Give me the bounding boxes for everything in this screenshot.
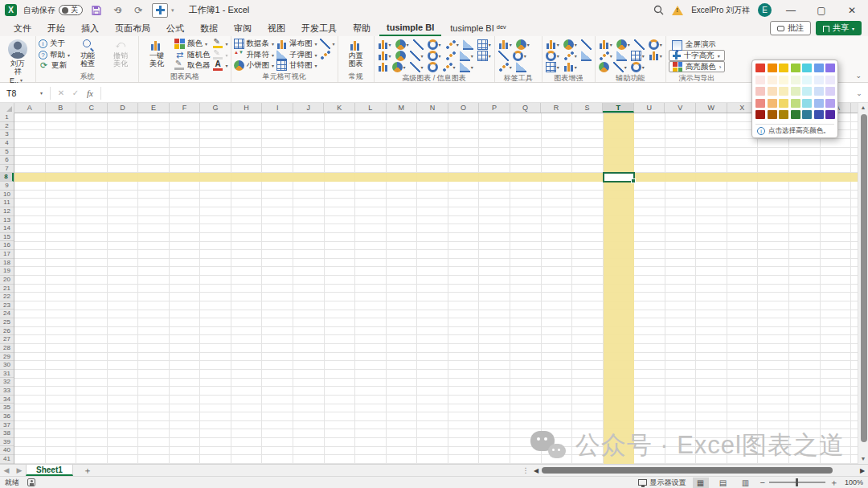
color-swatch-2-4[interactable] (802, 87, 812, 96)
advanced-chart-button[interactable]: ▾ (459, 62, 474, 72)
column-header-D[interactable]: D (108, 103, 139, 113)
row-header-21[interactable]: 21 (0, 285, 14, 293)
undo-button[interactable]: ⟲▾ (110, 3, 125, 18)
row-header-7[interactable]: 7 (0, 165, 14, 174)
row-header-4[interactable]: 4 (0, 139, 14, 148)
assist-tool-button[interactable]: ▾ (616, 39, 631, 50)
tab-公式[interactable]: 公式 (159, 20, 191, 36)
label-tool-button[interactable]: ▾ (515, 39, 530, 50)
share-button[interactable]: 共享 ▾ (816, 21, 862, 35)
color-swatch-2-2[interactable] (779, 87, 788, 96)
color-swatch-1-2[interactable] (779, 76, 788, 84)
column-header-F[interactable]: F (170, 103, 201, 113)
color-swatch-0-6[interactable] (825, 64, 835, 72)
row-header-17[interactable]: 17 (0, 250, 14, 259)
color-swatch-4-4[interactable] (802, 110, 812, 119)
advanced-chart-button[interactable]: ▾ (427, 39, 442, 50)
tab-开始[interactable]: 开始 (40, 20, 72, 36)
row-header-27[interactable]: 27 (0, 335, 14, 344)
enter-button[interactable]: ✓ (68, 88, 83, 97)
outline-pen-button[interactable]: ▾ (213, 50, 228, 60)
row-header-18[interactable]: 18 (0, 259, 14, 268)
autosave-toggle[interactable]: 关 (59, 5, 83, 15)
row-header-40[interactable]: 40 (0, 446, 14, 455)
advanced-chart-button[interactable]: ▾ (377, 51, 392, 61)
color-picker-button[interactable]: 取色器 (174, 60, 211, 71)
row-header-26[interactable]: 26 (0, 327, 14, 336)
color-swatch-3-1[interactable] (768, 99, 777, 108)
advanced-chart-button[interactable] (412, 39, 424, 50)
mini-pie-button[interactable]: 小饼图▾ (234, 60, 275, 71)
chart-enhance-button[interactable]: ▾ (545, 39, 560, 50)
advanced-chart-button[interactable]: ▾ (477, 39, 492, 50)
row-header-10[interactable]: 10 (0, 191, 14, 199)
qat-cross-highlight-button[interactable] (152, 3, 168, 18)
color-swatch-2-5[interactable] (814, 87, 824, 96)
color-swatch-0-0[interactable] (755, 64, 765, 72)
matrix-button[interactable] (320, 50, 335, 60)
column-header-R[interactable]: R (541, 103, 572, 113)
advanced-chart-button[interactable]: ▾ (409, 62, 424, 72)
column-header-P[interactable]: P (479, 103, 510, 113)
color-swatch-4-0[interactable] (755, 110, 765, 119)
row-header-24[interactable]: 24 (0, 310, 14, 318)
scrollbar-resize-handle[interactable]: ⋮ (521, 466, 530, 474)
scroll-right-icon[interactable]: ▶ (857, 467, 868, 474)
label-tool-button[interactable]: ▾ (497, 39, 513, 50)
label-tool-button[interactable] (497, 51, 510, 61)
color-swatch-0-3[interactable] (791, 64, 800, 72)
color-swatch-0-2[interactable] (779, 64, 788, 72)
colors-button[interactable]: 颜色▾ (174, 39, 211, 49)
column-header-Q[interactable]: Q (510, 103, 542, 113)
page-layout-view-button[interactable]: ▤ (715, 478, 731, 488)
normal-view-button[interactable]: ▦ (693, 478, 709, 488)
row-header-11[interactable]: 11 (0, 199, 14, 207)
accessibility-icon[interactable] (27, 478, 35, 486)
zoom-out-button[interactable]: − (760, 478, 765, 487)
color-swatch-0-4[interactable] (802, 64, 812, 72)
advanced-chart-button[interactable]: ▾ (441, 62, 457, 72)
color-swatch-1-0[interactable] (755, 76, 765, 84)
assist-tool-button[interactable]: ▾ (612, 62, 628, 72)
user-name[interactable]: ExcelPro 刘万祥 (691, 5, 750, 16)
assist-tool-button[interactable]: ▾ (598, 51, 613, 61)
column-header-V[interactable]: V (665, 103, 696, 113)
ribbon-collapse-chevron-icon[interactable]: ⌄ (855, 72, 862, 80)
row-header-33[interactable]: 33 (0, 387, 14, 396)
row-header-20[interactable]: 20 (0, 276, 14, 285)
advanced-chart-button[interactable]: ▾ (391, 62, 407, 72)
row-header-39[interactable]: 39 (0, 438, 14, 447)
label-tool-button[interactable] (515, 62, 527, 72)
assist-tool-button[interactable]: ▾ (598, 39, 613, 50)
one-click-beautify-button[interactable]: 一键美化 (141, 38, 172, 72)
vertical-scrollbar[interactable]: ▲ ▼ (858, 103, 868, 464)
cells-area[interactable]: 公众号 · Excel图表之道 (14, 113, 858, 464)
color-swatch-1-6[interactable] (825, 76, 835, 84)
horizontal-scrollbar[interactable]: ⋮ ◀ ▶ (521, 465, 868, 476)
redo-button[interactable]: ⟳▾ (131, 3, 145, 18)
row-header-14[interactable]: 14 (0, 224, 14, 233)
select-all-corner[interactable] (0, 103, 14, 113)
column-header-M[interactable]: M (387, 103, 418, 113)
color-swatch-4-5[interactable] (814, 110, 824, 119)
builtin-charts-button[interactable]: 内置图表 (341, 38, 371, 72)
row-header-41[interactable]: 41 (0, 455, 14, 464)
data-bars-button[interactable]: 数据条▾ (234, 39, 275, 49)
color-swatch-2-6[interactable] (825, 87, 835, 96)
row-header-31[interactable]: 31 (0, 370, 14, 379)
row-header-15[interactable]: 15 (0, 233, 14, 242)
color-swatch-2-0[interactable] (755, 87, 765, 96)
color-swatch-0-1[interactable] (768, 64, 777, 72)
row-header-32[interactable]: 32 (0, 378, 14, 387)
column-header-G[interactable]: G (200, 103, 231, 113)
row-header-6[interactable]: 6 (0, 156, 14, 165)
horizontal-scroll-thumb[interactable] (542, 467, 833, 474)
advanced-chart-button[interactable] (377, 62, 389, 72)
sheet-nav-left-icon[interactable]: ◀ (0, 466, 13, 474)
zoom-thumb[interactable] (796, 478, 798, 486)
display-settings-button[interactable]: 显示器设置 (638, 478, 686, 488)
comments-button[interactable]: 批注 (770, 21, 811, 35)
about-button[interactable]: i关于 (39, 39, 70, 49)
advanced-chart-button[interactable] (395, 51, 407, 61)
assist-tool-button[interactable]: ▾ (630, 51, 645, 61)
